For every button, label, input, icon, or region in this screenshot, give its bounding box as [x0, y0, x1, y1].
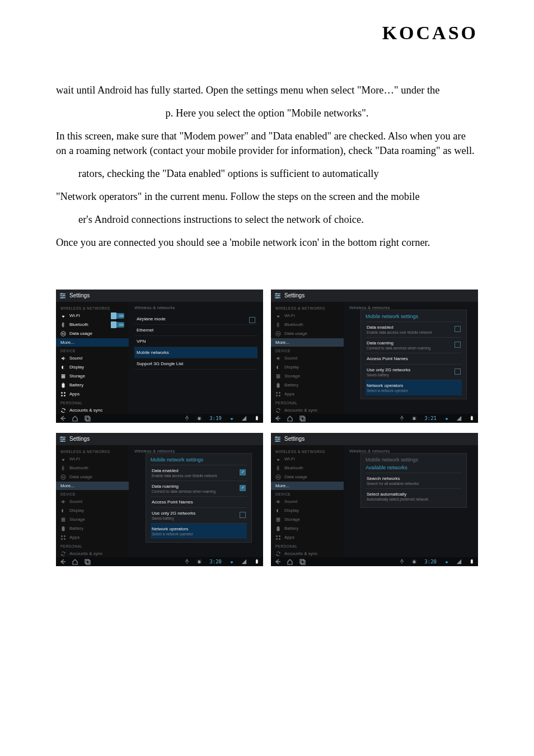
sidebar-item-wifi[interactable]: Wi-FiON: [56, 311, 129, 320]
sidebar-item-display[interactable]: Display: [271, 506, 344, 515]
signal-icon: [241, 558, 247, 565]
checkbox-checked[interactable]: [240, 485, 246, 491]
sidebar-item-battery[interactable]: Battery: [56, 524, 129, 533]
item-mobile-networks[interactable]: Mobile networks: [134, 347, 257, 358]
sidebar-item-apps[interactable]: Apps: [56, 390, 129, 399]
sidebar-heading: PERSONAL: [271, 399, 344, 406]
sidebar-item-battery[interactable]: Battery: [271, 524, 344, 533]
checkbox-checked[interactable]: [240, 469, 246, 475]
instruction-body: wait until Android has fully started. Op…: [56, 83, 478, 250]
sidebar-item-bluetooth[interactable]: Bluetooth: [56, 464, 129, 473]
item-network-operators[interactable]: Network operatorsSelect a network operat…: [151, 523, 247, 539]
wifi-toggle[interactable]: ON: [111, 313, 124, 319]
display-icon: [60, 508, 66, 514]
sidebar-item-more[interactable]: More...: [56, 482, 129, 490]
label: Display: [69, 365, 84, 370]
label: Data usage: [69, 474, 92, 479]
sidebar-item-more[interactable]: More...: [56, 338, 129, 347]
sidebar-item-display[interactable]: Display: [56, 363, 129, 372]
checkbox[interactable]: [240, 512, 246, 518]
sidebar-item-wifi[interactable]: Wi-Fi: [271, 311, 344, 320]
paragraph: er's Android connections instructions to…: [56, 212, 478, 227]
sidebar-item-apps[interactable]: Apps: [271, 390, 344, 399]
sub-label: Enable data access over Mobile network: [152, 474, 246, 478]
sidebar-item-storage[interactable]: Storage: [56, 372, 129, 381]
sidebar-item-more[interactable]: More...: [271, 338, 344, 347]
sidebar-item-storage[interactable]: Storage: [271, 515, 344, 524]
nav-home-icon[interactable]: [287, 415, 293, 422]
label: Display: [284, 365, 299, 370]
sidebar-heading: DEVICE: [271, 490, 344, 497]
sidebar-item-bluetooth[interactable]: Bluetooth: [271, 464, 344, 473]
item-select-automatically[interactable]: Select automaticallyAutomatically select…: [366, 488, 462, 504]
display-icon: [60, 365, 66, 370]
item-vpn[interactable]: VPN: [134, 336, 257, 347]
item-data-enabled[interactable]: Data enabledEnable data access over Mobi…: [366, 321, 462, 337]
nav-back-icon[interactable]: [274, 415, 281, 422]
sidebar-item-sound[interactable]: Sound: [271, 354, 344, 363]
label: More...: [275, 340, 289, 345]
nav-recent-icon[interactable]: [84, 558, 91, 565]
sidebar-item-wifi[interactable]: Wi-Fi: [56, 455, 129, 464]
sidebar-item-bluetooth[interactable]: Bluetooth: [271, 320, 344, 329]
label: Use only 2G networks: [367, 367, 410, 372]
item-ethernet[interactable]: Ethernet: [134, 325, 257, 336]
nav-home-icon[interactable]: [72, 415, 78, 422]
sidebar-item-sound[interactable]: Sound: [56, 354, 129, 363]
sidebar-item-data-usage[interactable]: Data usage: [271, 329, 344, 338]
label: Apps: [69, 391, 79, 396]
sub-label: Select a network operator: [367, 389, 461, 393]
bt-toggle[interactable]: ON: [111, 322, 124, 328]
item-search-networks[interactable]: Search networksSearch for all available …: [366, 473, 462, 488]
dialog-available-networks: Mobile network settings Available networ…: [360, 453, 467, 508]
wifi-status-icon: [228, 415, 235, 422]
item-data-enabled[interactable]: Data enabledEnable data access over Mobi…: [151, 465, 247, 480]
checkbox[interactable]: [455, 342, 461, 348]
sidebar-item-battery[interactable]: Battery: [56, 381, 129, 390]
wifi-icon: [275, 456, 281, 462]
item-data-roaming[interactable]: Data roamingConnect to data services whe…: [151, 480, 247, 496]
sidebar-item-data-usage[interactable]: Data usage: [56, 329, 129, 338]
nav-recent-icon[interactable]: [299, 415, 306, 422]
item-2g-only[interactable]: Use only 2G networksSaves battery: [366, 364, 462, 380]
nav-home-icon[interactable]: [287, 558, 293, 565]
sub-label: Connect to data services when roaming: [367, 346, 461, 350]
sidebar-item-battery[interactable]: Battery: [271, 381, 344, 390]
item-2g-only[interactable]: Use only 2G networksSaves battery: [151, 507, 247, 523]
nav-back-icon[interactable]: [274, 558, 281, 565]
sub-label: Enable data access over Mobile network: [367, 330, 461, 334]
item-apn[interactable]: Access Point Names: [366, 353, 462, 364]
sidebar-item-display[interactable]: Display: [271, 363, 344, 372]
sidebar-item-bluetooth[interactable]: BluetoothON: [56, 320, 129, 329]
checkbox[interactable]: [455, 368, 461, 375]
checkbox[interactable]: [455, 326, 461, 332]
item-apn[interactable]: Access Point Names: [151, 496, 247, 507]
sidebar-item-apps[interactable]: Apps: [56, 533, 129, 542]
sidebar-item-apps[interactable]: Apps: [271, 533, 344, 542]
sidebar-item-data-usage[interactable]: Data usage: [56, 473, 129, 482]
settings-content: Wireless & networks Airplane mode Ethern…: [129, 302, 263, 414]
window-title: Settings: [284, 292, 305, 298]
dialog-title: Mobile network settings: [366, 314, 462, 319]
system-bar: 3:20: [271, 557, 478, 566]
nav-home-icon[interactable]: [72, 558, 78, 565]
nav-back-icon[interactable]: [59, 558, 66, 565]
nav-back-icon[interactable]: [59, 415, 66, 422]
sidebar-item-more[interactable]: More...: [271, 482, 344, 490]
item-airplane-mode[interactable]: Airplane mode: [134, 314, 257, 325]
item-network-operators[interactable]: Network operatorsSelect a network operat…: [366, 380, 462, 395]
sidebar-item-data-usage[interactable]: Data usage: [271, 473, 344, 482]
sidebar-item-display[interactable]: Display: [56, 506, 129, 515]
display-icon: [275, 508, 281, 514]
sidebar-item-sound[interactable]: Sound: [271, 497, 344, 506]
nav-recent-icon[interactable]: [84, 415, 91, 422]
sidebar-item-sound[interactable]: Sound: [56, 497, 129, 506]
paragraph: Once you are connected you should see a …: [56, 235, 478, 250]
nav-recent-icon[interactable]: [299, 558, 306, 565]
sidebar-item-storage[interactable]: Storage: [271, 372, 344, 381]
item-3g-dongle[interactable]: Support 3G Dongle List: [134, 358, 257, 370]
checkbox[interactable]: [249, 317, 255, 323]
sidebar-item-storage[interactable]: Storage: [56, 515, 129, 524]
item-data-roaming[interactable]: Data roamingConnect to data services whe…: [366, 337, 462, 353]
sidebar-item-wifi[interactable]: Wi-Fi: [271, 455, 344, 464]
